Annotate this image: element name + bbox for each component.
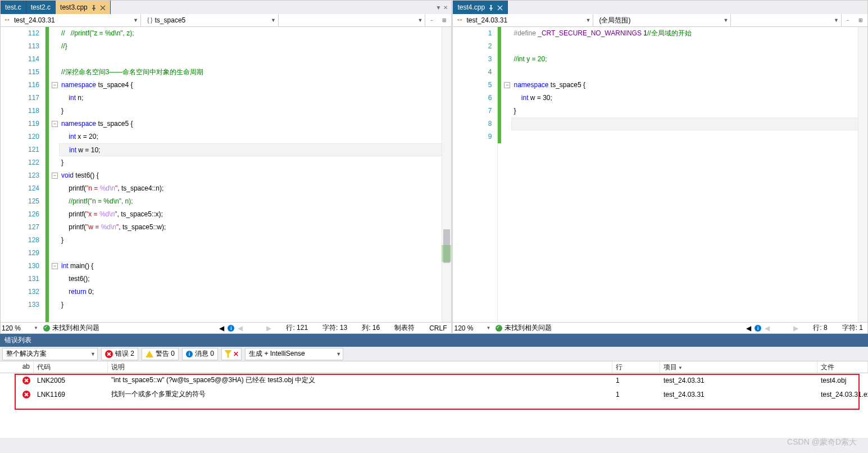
fold-toggle[interactable]: − <box>52 263 58 269</box>
char-indicator: 字符: 1 <box>842 323 863 333</box>
project-dropdown[interactable]: test_24.03.31▼ <box>453 14 593 26</box>
tab-overflow[interactable]: ▼✕ <box>435 1 452 14</box>
error-toolbar: 整个解决方案▼ 错误 2 警告 0 i消息 0 ✕ 生成 + IntelliSe… <box>0 347 868 361</box>
col-indicator: 列: 16 <box>362 323 380 333</box>
chevron-down-icon: ▼ <box>834 17 839 23</box>
chevron-down-icon: ▼ <box>724 17 729 23</box>
error-list-body: LNK2005 "int ts_space5::w" (?w@ts_space5… <box>0 373 868 438</box>
code-lines[interactable]: // //printf("z = %d\n", z); //} //深挖命名空间… <box>59 27 451 322</box>
fold-toggle[interactable]: − <box>52 121 58 127</box>
messages-filter-button[interactable]: i消息 0 <box>182 348 218 360</box>
tab-test4-cpp[interactable]: test4.cpp <box>453 1 508 14</box>
tab-label: test4.cpp <box>457 3 485 11</box>
warnings-filter-button[interactable]: 警告 0 <box>142 348 179 360</box>
code-editor-right[interactable]: 123456789 − #define _CRT_SECURE_NO_WARNI… <box>453 27 867 322</box>
close-icon[interactable] <box>100 4 106 10</box>
change-bar <box>46 27 51 322</box>
tab-indicator: 制表符 <box>394 323 415 333</box>
info-icon: i <box>228 325 234 332</box>
scope-name: ts_space5 <box>155 16 186 24</box>
col-icon[interactable]: ab <box>0 361 34 373</box>
nav-next-icon[interactable]: ▶ <box>793 324 798 332</box>
scope-dropdown[interactable]: (全局范围)▼ <box>593 14 731 26</box>
error-list-title-text: 错误列表 <box>4 336 31 345</box>
nav-bar-left: test_24.03.31▼ {} ts_space5▼ ▼ −⊞ <box>1 14 451 27</box>
nav-prev-icon[interactable]: ◀ <box>765 324 770 332</box>
col-proj-text: 项目 <box>664 363 677 371</box>
nav-back-icon[interactable]: ◀ <box>219 324 224 332</box>
check-icon <box>43 325 50 332</box>
funnel-icon <box>224 350 232 358</box>
zoom-dropdown[interactable]: 120 %▼ <box>1 324 40 332</box>
eol-indicator: CRLF <box>429 324 447 332</box>
col-desc[interactable]: 说明 <box>108 361 612 373</box>
chevron-down-icon: ▼ <box>487 325 491 330</box>
error-icon <box>22 391 30 398</box>
error-icon <box>105 350 113 358</box>
issues-indicator[interactable]: 未找到相关问题 <box>496 323 552 333</box>
scope-name: (全局范围) <box>599 16 630 25</box>
issues-text: 未找到相关问题 <box>505 323 552 333</box>
code-lines[interactable]: #define _CRT_SECURE_NO_WARNINGS 1//全局域的开… <box>511 27 867 322</box>
scrollbar-vertical[interactable] <box>858 27 867 322</box>
chevron-down-icon: ▼ <box>586 17 591 23</box>
col-line[interactable]: 行 <box>612 361 660 373</box>
project-icon <box>4 16 12 24</box>
close-pane-icon[interactable]: ✕ <box>443 4 448 11</box>
zoom-dropdown[interactable]: 120 %▼ <box>453 324 492 332</box>
fold-toggle[interactable]: − <box>52 82 58 88</box>
issues-indicator[interactable]: 未找到相关问题 <box>43 323 99 333</box>
col-file[interactable]: 文件 <box>817 361 868 373</box>
info-icon: i <box>186 351 193 357</box>
tab-test3-cpp[interactable]: test3.cpp <box>56 1 111 14</box>
line-indicator: 行: 8 <box>813 323 827 333</box>
line-gutter: 123456789 <box>453 27 498 322</box>
chevron-down-icon: ▼ <box>336 351 341 357</box>
nav-minus-icon[interactable]: − <box>846 17 849 23</box>
nav-split-icon[interactable]: ⊞ <box>442 17 447 23</box>
change-bar <box>498 27 503 143</box>
scrollbar-vertical[interactable] <box>442 27 451 322</box>
build-filter-dropdown[interactable]: 生成 + IntelliSense▼ <box>245 348 343 360</box>
error-list-title: 错误列表 <box>0 334 868 347</box>
pin-icon[interactable] <box>91 4 97 10</box>
close-icon[interactable] <box>497 4 503 10</box>
col-code[interactable]: 代码 <box>34 361 108 373</box>
error-icon <box>22 377 30 384</box>
issues-text: 未找到相关问题 <box>52 323 99 333</box>
fold-toggle[interactable]: − <box>504 82 510 88</box>
tab-test2-c[interactable]: test2.c <box>26 1 56 14</box>
fold-toggle[interactable]: − <box>52 173 58 179</box>
fold-column: − − − − <box>51 27 59 322</box>
editor-pane-left: test.c test2.c test3.cpp ▼✕ test_24.03.3… <box>0 0 452 334</box>
chevron-down-icon[interactable]: ▼ <box>436 4 442 11</box>
nav-next-icon[interactable]: ▶ <box>266 324 271 332</box>
errors-filter-button[interactable]: 错误 2 <box>101 348 138 360</box>
char-indicator: 字符: 13 <box>322 323 347 333</box>
watermark: CSDN @蒙奇D索大 <box>787 437 857 447</box>
scope-filter-dropdown[interactable]: 整个解决方案▼ <box>2 348 98 360</box>
nav-split-icon[interactable]: ⊞ <box>858 17 863 23</box>
tabs-left: test.c test2.c test3.cpp ▼✕ <box>1 1 451 14</box>
fold-column: − <box>503 27 511 322</box>
project-dropdown[interactable]: test_24.03.31▼ <box>1 14 141 26</box>
sort-icon: ▼ <box>678 365 683 370</box>
member-dropdown[interactable]: ▼ <box>279 14 425 26</box>
tabs-right: test4.cpp <box>453 1 867 14</box>
tab-test-c[interactable]: test.c <box>1 1 26 14</box>
status-bar-right: 120 %▼ 未找到相关问题 ◀ i ◀ ▶ 行: 8 字符: 1 <box>453 322 867 333</box>
clear-filter-button[interactable]: ✕ <box>221 348 242 360</box>
member-dropdown[interactable]: ▼ <box>731 14 842 26</box>
scope-dropdown[interactable]: {} ts_space5▼ <box>141 14 279 26</box>
nav-prev-icon[interactable]: ◀ <box>238 324 243 332</box>
col-proj[interactable]: 项目▼ <box>660 361 817 373</box>
nav-minus-icon[interactable]: − <box>430 17 433 23</box>
chevron-down-icon: ▼ <box>133 17 138 23</box>
build-filter-text: 生成 + IntelliSense <box>249 349 305 359</box>
code-editor-left[interactable]: 1121131141151161171181191201211221231241… <box>1 27 451 322</box>
errors-count: 错误 2 <box>115 349 134 359</box>
error-list-header: ab 代码 说明 行 项目▼ 文件 <box>0 361 868 373</box>
pin-icon[interactable] <box>488 4 494 10</box>
editor-pane-right: test4.cpp test_24.03.31▼ (全局范围)▼ ▼ −⊞ 12… <box>452 0 868 334</box>
nav-back-icon[interactable]: ◀ <box>746 324 751 332</box>
